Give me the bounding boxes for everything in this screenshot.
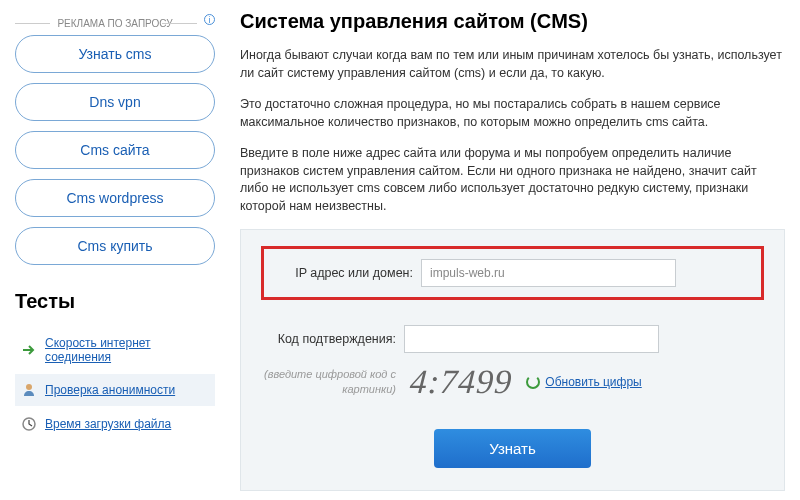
- refresh-label: Обновить цифры: [545, 375, 641, 389]
- intro-paragraph-2: Это достаточно сложная процедура, но мы …: [240, 96, 785, 131]
- captcha-image: 4:7499: [409, 363, 514, 401]
- ads-header: РЕКЛАМА ПО ЗАПРОСУ i: [15, 10, 215, 35]
- captcha-hint: (введите цифровой код с картинки): [261, 367, 396, 397]
- captcha-image-row: (введите цифровой код с картинки) 4:7499…: [261, 363, 764, 401]
- ad-item-2[interactable]: Cms сайта: [15, 131, 215, 169]
- submit-button[interactable]: Узнать: [434, 429, 591, 468]
- person-icon: [21, 382, 37, 398]
- domain-label: IP адрес или домен:: [278, 266, 413, 280]
- refresh-icon: [526, 375, 540, 389]
- intro-paragraph-3: Введите в поле ниже адрес сайта или фору…: [240, 145, 785, 215]
- test-item-loadtime[interactable]: Время загрузки файла: [15, 408, 215, 440]
- captcha-input[interactable]: [404, 325, 659, 353]
- domain-input[interactable]: [421, 259, 676, 287]
- ad-items-list: Узнать cms Dns vpn Cms сайта Cms wordpre…: [15, 35, 215, 265]
- refresh-captcha-link[interactable]: Обновить цифры: [526, 375, 641, 389]
- captcha-label: Код подтверждения:: [261, 332, 396, 346]
- captcha-row: Код подтверждения:: [261, 325, 764, 353]
- tests-header: Тесты: [15, 290, 215, 313]
- domain-field-highlight: IP адрес или домен:: [261, 246, 764, 300]
- page-title: Система управления сайтом (CMS): [240, 10, 785, 33]
- test-item-anonymity[interactable]: Проверка анонимности: [15, 374, 215, 406]
- ad-item-0[interactable]: Узнать cms: [15, 35, 215, 73]
- ad-item-1[interactable]: Dns vpn: [15, 83, 215, 121]
- arrow-right-icon: [21, 342, 37, 358]
- test-item-speed[interactable]: Скорость интернет соединения: [15, 328, 215, 372]
- ad-item-4[interactable]: Cms купить: [15, 227, 215, 265]
- ad-item-3[interactable]: Cms wordpress: [15, 179, 215, 217]
- info-icon[interactable]: i: [204, 14, 215, 25]
- intro-paragraph-1: Иногда бывают случаи когда вам по тем ил…: [240, 47, 785, 82]
- ads-header-text: РЕКЛАМА ПО ЗАПРОСУ: [57, 18, 172, 29]
- test-item-label: Время загрузки файла: [45, 417, 171, 431]
- tests-list: Скорость интернет соединения Проверка ан…: [15, 328, 215, 440]
- test-item-label: Скорость интернет соединения: [45, 336, 209, 364]
- clock-icon: [21, 416, 37, 432]
- test-item-label: Проверка анонимности: [45, 383, 175, 397]
- svg-point-0: [26, 384, 32, 390]
- form-panel: IP адрес или домен: Код подтверждения: (…: [240, 229, 785, 491]
